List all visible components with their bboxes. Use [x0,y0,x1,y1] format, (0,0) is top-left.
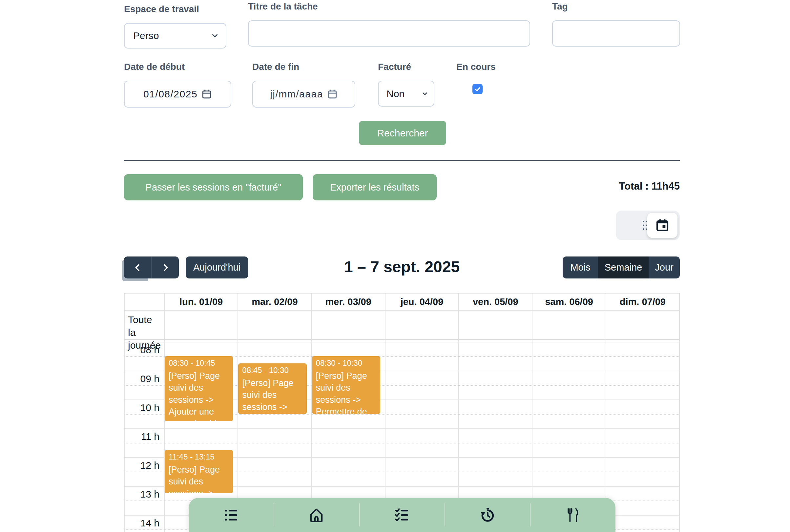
cutlery-icon [565,507,581,523]
calendar-event[interactable]: 11:45 - 13:15 [Perso] Page suivi des ses… [165,450,233,493]
nav-item-home[interactable] [274,498,359,532]
tag-input[interactable] [552,20,680,46]
day-header-4: ven. 05/09 [458,293,532,310]
task-title-label: Titre de la tâche [248,1,318,12]
workspace-label: Espace de travail [124,4,199,15]
billed-value: Non [387,88,405,99]
day-view-button[interactable]: Jour [648,256,680,279]
start-date-value: 01/08/2025 [143,89,198,100]
calendar-picker-icon[interactable] [202,89,212,99]
in-progress-checkbox[interactable] [472,84,483,94]
event-title: [Perso] Page suivi des sessions -> [242,377,303,413]
day-header-5: sam. 06/09 [532,293,605,310]
billed-select[interactable]: Non [378,81,434,107]
search-button[interactable]: Rechercher [359,121,446,145]
tag-label: Tag [552,1,568,12]
all-day-row: Toute la journée [125,310,679,340]
calendar-picker-icon[interactable] [327,89,338,99]
week-calendar: lun. 01/09mar. 02/09mer. 03/09jeu. 04/09… [124,293,680,532]
start-date-label: Date de début [124,62,185,72]
workspace-select[interactable]: Perso [124,23,226,49]
calendar-event[interactable]: 08:30 - 10:30 [Perso] Page suivi des ses… [312,356,380,414]
week-view-button[interactable]: Semaine [598,256,648,279]
view-mode-toggle [616,211,680,240]
calendar-event[interactable]: 08:45 - 10:30 [Perso] Page suivi des ses… [238,363,306,414]
time-label: 14 h [125,516,164,532]
billed-label: Facturé [378,62,411,72]
time-gutter-header [125,293,164,310]
time-label: 09 h [125,371,164,399]
event-title: [Perso] Page suivi des sessions -> Ajout… [169,370,230,421]
mark-billed-button[interactable]: Passer les sessions en "facturé" [124,174,303,201]
end-date-label: Date de fin [252,62,299,72]
calendar-view-button[interactable] [647,213,677,238]
day-header-3: jeu. 04/09 [385,293,458,310]
task-title-input[interactable] [248,20,530,46]
total-duration: Total : 11h45 [619,180,680,192]
nav-item-checklist[interactable] [360,498,445,532]
calendar-day-header-row: lun. 01/09mar. 02/09mer. 03/09jeu. 04/09… [125,293,679,310]
workspace-value: Perso [133,30,159,41]
start-date-input[interactable]: 01/08/2025 [124,81,231,108]
export-results-button[interactable]: Exporter les résultats [313,174,437,201]
divider [124,160,680,161]
history-icon [480,507,495,523]
day-header-6: dim. 07/09 [606,293,679,310]
event-time: 08:45 - 10:30 [242,366,303,375]
nav-item-history[interactable] [445,498,530,532]
event-time: 08:30 - 10:30 [316,359,377,368]
calendar-event[interactable]: 08:30 - 10:45 [Perso] Page suivi des ses… [165,356,233,421]
time-label: 10 h [125,400,164,429]
event-time: 08:30 - 10:45 [169,359,230,368]
day-header-2: mer. 03/09 [311,293,385,310]
end-date-placeholder: jj/mm/aaaa [270,89,323,100]
nav-item-cutlery[interactable] [530,498,616,532]
month-view-button[interactable]: Mois [563,256,598,279]
home-icon [309,507,324,523]
calendar-icon [656,218,669,232]
event-title: [Perso] Page suivi des sessions -> [169,464,230,493]
chevron-down-icon [211,32,219,40]
checklist-icon [394,507,410,523]
view-switcher: Mois Semaine Jour [563,256,680,279]
time-label: 13 h [125,487,164,515]
nav-item-list[interactable] [189,498,274,532]
end-date-input[interactable]: jj/mm/aaaa [252,81,355,108]
day-header-0: lun. 01/09 [164,293,238,310]
event-title: [Perso] Page suivi des sessions -> Perme… [316,370,377,414]
check-icon [474,86,481,93]
time-label: 12 h [125,458,164,486]
chevron-down-icon [421,90,429,97]
day-header-1: mar. 02/09 [238,293,311,310]
time-label: 11 h [125,429,164,457]
event-time: 11:45 - 13:15 [169,452,230,461]
list-icon [223,507,239,523]
bottom-navigation-bar [189,498,616,532]
in-progress-label: En cours [456,62,496,72]
time-label: 08 h [125,342,164,370]
